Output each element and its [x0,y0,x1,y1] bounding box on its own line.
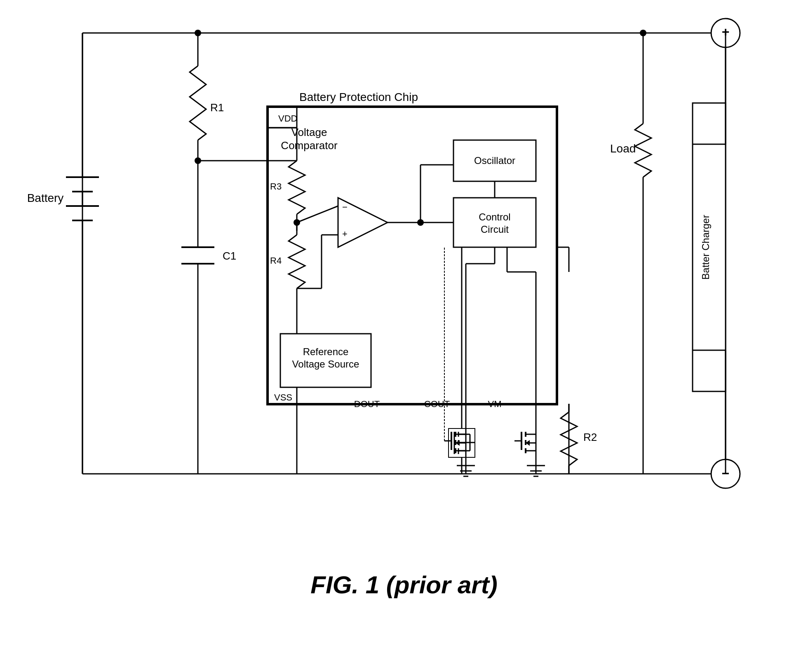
control-circuit-label2: Circuit [481,224,509,235]
r1-label: R1 [210,101,224,114]
r3-label: R3 [270,181,282,192]
chip-label: Battery Protection Chip [299,91,418,103]
load-label: Load [610,142,636,155]
fig-caption: FIG. 1 (prior art) [310,571,497,599]
svg-point-115 [640,30,646,36]
c1-label: C1 [223,250,236,262]
oscillator-label: Oscillator [474,155,515,166]
opamp-plus: + [342,229,348,239]
control-circuit-label: Control [479,211,510,222]
svg-rect-45 [453,198,536,247]
opamp-minus: − [342,202,348,212]
voltage-comparator-label2: Comparator [281,139,338,152]
battery-label: Battery [27,192,64,204]
charger-label: Batter Charger [700,215,711,279]
vdd-label: VDD [278,113,297,124]
circuit-diagram: + − Battery R1 C1 Battery [0,0,808,672]
r2-label: R2 [583,431,597,443]
ref-voltage-label2: Voltage Source [292,358,359,370]
ref-voltage-label: Reference [303,346,349,357]
r4-label: R4 [270,255,282,266]
vss-label: VSS [274,392,292,403]
